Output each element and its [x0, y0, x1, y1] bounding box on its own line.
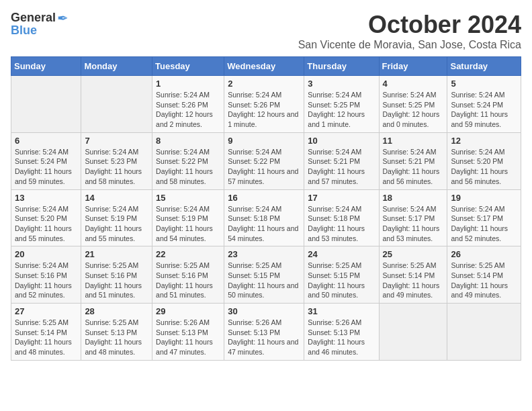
calendar-week-row: 1Sunrise: 5:24 AMSunset: 5:26 PMDaylight…: [11, 76, 521, 133]
day-info: Sunrise: 5:24 AMSunset: 5:19 PMDaylight:…: [85, 204, 148, 244]
calendar-cell: 13Sunrise: 5:24 AMSunset: 5:20 PMDayligh…: [11, 189, 81, 246]
calendar-header-row: SundayMondayTuesdayWednesdayThursdayFrid…: [11, 57, 521, 76]
day-number: 5: [451, 79, 517, 89]
calendar-cell: 28Sunrise: 5:25 AMSunset: 5:13 PMDayligh…: [81, 304, 152, 361]
calendar-cell: 3Sunrise: 5:24 AMSunset: 5:25 PMDaylight…: [304, 76, 379, 133]
calendar-cell: 11Sunrise: 5:24 AMSunset: 5:21 PMDayligh…: [379, 132, 447, 189]
header-wednesday: Wednesday: [224, 57, 304, 76]
day-info: Sunrise: 5:24 AMSunset: 5:23 PMDaylight:…: [85, 147, 148, 187]
calendar-cell: 23Sunrise: 5:25 AMSunset: 5:15 PMDayligh…: [224, 246, 304, 304]
day-number: 16: [228, 193, 300, 203]
calendar-cell: 14Sunrise: 5:24 AMSunset: 5:19 PMDayligh…: [81, 189, 152, 246]
logo-bird-icon: ✒: [57, 11, 69, 26]
day-number: 22: [156, 249, 220, 259]
calendar-cell: 15Sunrise: 5:24 AMSunset: 5:19 PMDayligh…: [152, 189, 224, 246]
calendar-cell: 20Sunrise: 5:24 AMSunset: 5:16 PMDayligh…: [11, 246, 81, 304]
day-info: Sunrise: 5:25 AMSunset: 5:16 PMDaylight:…: [85, 261, 148, 300]
calendar-week-row: 20Sunrise: 5:24 AMSunset: 5:16 PMDayligh…: [11, 246, 521, 304]
day-info: Sunrise: 5:25 AMSunset: 5:14 PMDaylight:…: [451, 261, 517, 300]
day-number: 25: [383, 249, 444, 259]
day-info: Sunrise: 5:25 AMSunset: 5:15 PMDaylight:…: [308, 261, 375, 300]
day-info: Sunrise: 5:25 AMSunset: 5:15 PMDaylight:…: [228, 261, 300, 300]
day-info: Sunrise: 5:25 AMSunset: 5:14 PMDaylight:…: [383, 261, 444, 300]
calendar-cell: 22Sunrise: 5:25 AMSunset: 5:16 PMDayligh…: [152, 246, 224, 304]
day-number: 1: [156, 79, 220, 89]
day-number: 15: [156, 193, 220, 203]
day-number: 19: [451, 193, 517, 203]
day-info: Sunrise: 5:24 AMSunset: 5:18 PMDaylight:…: [228, 204, 300, 244]
day-number: 27: [15, 306, 77, 316]
calendar-cell: 10Sunrise: 5:24 AMSunset: 5:21 PMDayligh…: [304, 132, 379, 189]
day-info: Sunrise: 5:24 AMSunset: 5:21 PMDaylight:…: [308, 147, 375, 187]
day-info: Sunrise: 5:25 AMSunset: 5:16 PMDaylight:…: [156, 261, 220, 300]
day-info: Sunrise: 5:24 AMSunset: 5:22 PMDaylight:…: [156, 147, 220, 187]
day-info: Sunrise: 5:26 AMSunset: 5:13 PMDaylight:…: [228, 318, 300, 357]
day-info: Sunrise: 5:24 AMSunset: 5:21 PMDaylight:…: [383, 147, 444, 187]
calendar-cell: [11, 76, 81, 133]
calendar-cell: [447, 304, 521, 361]
day-info: Sunrise: 5:24 AMSunset: 5:20 PMDaylight:…: [15, 204, 77, 244]
day-info: Sunrise: 5:24 AMSunset: 5:25 PMDaylight:…: [308, 90, 375, 130]
day-info: Sunrise: 5:24 AMSunset: 5:20 PMDaylight:…: [451, 147, 517, 187]
calendar-cell: 1Sunrise: 5:24 AMSunset: 5:26 PMDaylight…: [152, 76, 224, 133]
day-info: Sunrise: 5:24 AMSunset: 5:16 PMDaylight:…: [15, 261, 77, 300]
calendar-cell: 26Sunrise: 5:25 AMSunset: 5:14 PMDayligh…: [447, 246, 521, 304]
day-number: 28: [85, 306, 148, 316]
day-info: Sunrise: 5:25 AMSunset: 5:13 PMDaylight:…: [85, 318, 148, 357]
day-info: Sunrise: 5:26 AMSunset: 5:13 PMDaylight:…: [308, 318, 375, 357]
calendar-cell: 9Sunrise: 5:24 AMSunset: 5:22 PMDaylight…: [224, 132, 304, 189]
calendar-cell: 16Sunrise: 5:24 AMSunset: 5:18 PMDayligh…: [224, 189, 304, 246]
day-number: 21: [85, 249, 148, 259]
day-number: 11: [383, 136, 444, 146]
calendar-cell: 5Sunrise: 5:24 AMSunset: 5:24 PMDaylight…: [447, 76, 521, 133]
calendar-cell: 24Sunrise: 5:25 AMSunset: 5:15 PMDayligh…: [304, 246, 379, 304]
calendar-cell: 18Sunrise: 5:24 AMSunset: 5:17 PMDayligh…: [379, 189, 447, 246]
header-sunday: Sunday: [11, 57, 81, 76]
day-number: 13: [15, 193, 77, 203]
calendar-cell: 19Sunrise: 5:24 AMSunset: 5:17 PMDayligh…: [447, 189, 521, 246]
day-number: 24: [308, 249, 375, 259]
title-area: October 2024 San Vicente de Moravia, San…: [298, 11, 521, 51]
calendar-cell: 21Sunrise: 5:25 AMSunset: 5:16 PMDayligh…: [81, 246, 152, 304]
day-number: 29: [156, 306, 220, 316]
calendar-table: SundayMondayTuesdayWednesdayThursdayFrid…: [11, 56, 521, 361]
day-info: Sunrise: 5:24 AMSunset: 5:18 PMDaylight:…: [308, 204, 375, 244]
day-info: Sunrise: 5:26 AMSunset: 5:13 PMDaylight:…: [156, 318, 220, 357]
day-number: 31: [308, 306, 375, 316]
header-thursday: Thursday: [304, 57, 379, 76]
day-number: 14: [85, 193, 148, 203]
day-info: Sunrise: 5:24 AMSunset: 5:17 PMDaylight:…: [451, 204, 517, 244]
day-number: 12: [451, 136, 517, 146]
day-info: Sunrise: 5:24 AMSunset: 5:26 PMDaylight:…: [156, 90, 220, 130]
calendar-week-row: 13Sunrise: 5:24 AMSunset: 5:20 PMDayligh…: [11, 189, 521, 246]
calendar-cell: 30Sunrise: 5:26 AMSunset: 5:13 PMDayligh…: [224, 304, 304, 361]
day-number: 8: [156, 136, 220, 146]
calendar-cell: 17Sunrise: 5:24 AMSunset: 5:18 PMDayligh…: [304, 189, 379, 246]
page-header: General ✒ Blue October 2024 San Vicente …: [11, 11, 521, 51]
calendar-week-row: 27Sunrise: 5:25 AMSunset: 5:14 PMDayligh…: [11, 304, 521, 361]
calendar-cell: 4Sunrise: 5:24 AMSunset: 5:25 PMDaylight…: [379, 76, 447, 133]
day-info: Sunrise: 5:24 AMSunset: 5:22 PMDaylight:…: [228, 147, 300, 187]
calendar-cell: 8Sunrise: 5:24 AMSunset: 5:22 PMDaylight…: [152, 132, 224, 189]
day-number: 4: [383, 79, 444, 89]
day-number: 3: [308, 79, 375, 89]
day-info: Sunrise: 5:24 AMSunset: 5:24 PMDaylight:…: [451, 90, 517, 130]
day-number: 2: [228, 79, 300, 89]
day-info: Sunrise: 5:24 AMSunset: 5:17 PMDaylight:…: [383, 204, 444, 244]
day-number: 30: [228, 306, 300, 316]
calendar-cell: [379, 304, 447, 361]
logo-blue-text: Blue: [11, 24, 37, 38]
calendar-cell: 27Sunrise: 5:25 AMSunset: 5:14 PMDayligh…: [11, 304, 81, 361]
subtitle: San Vicente de Moravia, San Jose, Costa …: [298, 39, 521, 51]
day-number: 17: [308, 193, 375, 203]
calendar-cell: 31Sunrise: 5:26 AMSunset: 5:13 PMDayligh…: [304, 304, 379, 361]
day-number: 9: [228, 136, 300, 146]
logo-general-text: General: [11, 11, 56, 25]
calendar-cell: 2Sunrise: 5:24 AMSunset: 5:26 PMDaylight…: [224, 76, 304, 133]
day-info: Sunrise: 5:24 AMSunset: 5:24 PMDaylight:…: [15, 147, 77, 187]
header-monday: Monday: [81, 57, 152, 76]
day-number: 26: [451, 249, 517, 259]
day-info: Sunrise: 5:25 AMSunset: 5:14 PMDaylight:…: [15, 318, 77, 357]
calendar-cell: 12Sunrise: 5:24 AMSunset: 5:20 PMDayligh…: [447, 132, 521, 189]
day-info: Sunrise: 5:24 AMSunset: 5:26 PMDaylight:…: [228, 90, 300, 130]
